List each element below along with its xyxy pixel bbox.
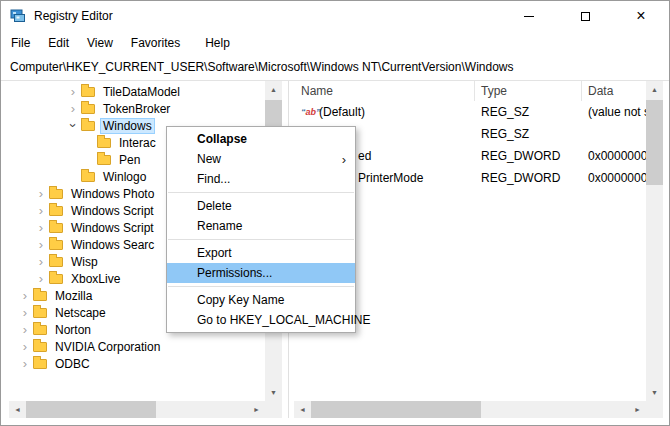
caption-buttons: × [501,1,669,31]
chevron-right-icon[interactable]: › [35,238,47,251]
menu-edit[interactable]: Edit [39,31,78,54]
column-header-type[interactable]: Type [474,81,581,101]
menu-view[interactable]: View [78,31,122,54]
menu-item-label: Collapse [197,132,247,146]
scroll-right-icon[interactable]: ► [629,401,646,418]
context-menu-item-goto-hklm[interactable]: Go to HKEY_LOCAL_MACHINE [167,310,355,330]
titlebar: Registry Editor × [1,1,669,31]
context-menu-item-find[interactable]: Find... [167,169,355,189]
values-vertical-scrollbar[interactable]: ▲ ▼ [646,81,663,401]
menu-item-label: Go to HKEY_LOCAL_MACHINE [197,313,370,327]
value-name-fragment: ed [358,149,371,163]
scroll-up-icon[interactable]: ▲ [646,81,663,98]
close-button[interactable]: × [613,1,669,31]
context-menu-item-rename[interactable]: Rename [167,216,355,236]
menu-item-label: Find... [197,172,230,186]
tree-hscroll-thumb[interactable] [26,401,156,418]
column-header-name[interactable]: Name [294,81,474,101]
tree-item-label: Windows Searc [68,237,157,253]
tree-item-label: TokenBroker [100,101,173,117]
scroll-up-icon[interactable]: ▲ [265,81,282,98]
values-vscroll-thumb[interactable] [646,100,663,185]
chevron-right-icon[interactable]: › [35,221,47,234]
values-scroll-corner [646,401,663,418]
minimize-icon [524,16,534,17]
chevron-right-icon[interactable]: › [67,85,79,98]
tree-item-tiledatamodel[interactable]: › TileDataModel [9,83,265,100]
menubar: File Edit View Favorites Help [1,31,669,54]
chevron-right-icon[interactable]: › [35,255,47,268]
tree-item-label-selected: Windows [100,118,155,134]
folder-icon [81,121,95,131]
values-hscroll-thumb[interactable] [311,401,481,418]
chevron-right-icon[interactable]: › [19,306,31,319]
menu-separator [168,239,354,240]
values-horizontal-scrollbar[interactable]: ◄ ► [294,401,646,418]
scroll-right-icon[interactable]: ► [248,401,265,418]
folder-icon [49,206,63,216]
context-menu-item-collapse[interactable]: Collapse [167,129,355,149]
tree-item-label: Netscape [52,305,109,321]
menu-item-label: Export [197,246,232,260]
value-row-default[interactable]: ab (Default) REG_SZ (value not set) [294,101,663,123]
folder-icon [81,104,95,114]
address-path: Computer\HKEY_CURRENT_USER\Software\Micr… [10,60,513,74]
value-type: REG_DWORD [481,149,560,163]
tree-item-label: TileDataModel [100,84,183,100]
chevron-right-icon[interactable]: › [35,187,47,200]
tree-item-odbc[interactable]: › ODBC [9,355,265,372]
folder-icon [49,189,63,199]
value-name-fragment: PrinterMode [358,171,423,185]
window-title: Registry Editor [34,9,113,23]
address-bar[interactable]: Computer\HKEY_CURRENT_USER\Software\Micr… [1,54,669,81]
chevron-right-icon[interactable]: › [67,102,79,115]
chevron-right-icon[interactable]: › [19,289,31,302]
menu-help[interactable]: Help [196,31,239,54]
scroll-down-icon[interactable]: ▼ [265,384,282,401]
value-type: REG_DWORD [481,171,560,185]
tree-item-label: ODBC [52,356,93,372]
tree-item-tokenbroker[interactable]: › TokenBroker [9,100,265,117]
value-name: (Default) [319,105,365,119]
folder-icon [33,325,47,335]
scroll-left-icon[interactable]: ◄ [9,401,26,418]
tree-item-label: Wisp [68,254,101,270]
scroll-left-icon[interactable]: ◄ [294,401,311,418]
context-menu-item-delete[interactable]: Delete [167,196,355,216]
scroll-down-icon[interactable]: ▼ [646,384,663,401]
menu-view-label: View [87,36,113,50]
menu-separator [168,192,354,193]
context-menu-item-new[interactable]: New › [167,149,355,169]
tree-item-label: Winlogo [100,169,149,185]
folder-icon [81,172,95,182]
maximize-button[interactable] [557,1,613,31]
tree-item-label: Norton [52,322,94,338]
menu-file[interactable]: File [2,31,39,54]
value-type: REG_SZ [481,105,529,119]
menu-edit-label: Edit [48,36,69,50]
chevron-down-icon[interactable]: › [67,120,80,132]
tree-item-label: Windows Script [68,203,157,219]
tree-scroll-corner [265,401,282,418]
menu-item-label: Permissions... [197,266,272,280]
context-menu-item-export[interactable]: Export [167,243,355,263]
minimize-button[interactable] [501,1,557,31]
folder-icon [33,342,47,352]
column-header-type-label: Type [481,84,507,98]
chevron-right-icon[interactable]: › [35,204,47,217]
menu-separator [168,286,354,287]
tree-item-nvidia[interactable]: › NVIDIA Corporation [9,338,265,355]
folder-icon [97,155,111,165]
chevron-right-icon[interactable]: › [35,272,47,285]
chevron-right-icon[interactable]: › [19,340,31,353]
menu-favorites[interactable]: Favorites [122,31,189,54]
tree-item-label: XboxLive [68,271,123,287]
menu-item-label: Rename [197,219,242,233]
chevron-right-icon[interactable]: › [19,323,31,336]
context-menu-item-permissions[interactable]: Permissions... [167,263,355,283]
context-menu-item-copy-key-name[interactable]: Copy Key Name [167,290,355,310]
tree-horizontal-scrollbar[interactable]: ◄ ► [9,401,265,418]
folder-icon [33,308,47,318]
folder-icon [97,138,111,148]
chevron-right-icon[interactable]: › [19,357,31,370]
